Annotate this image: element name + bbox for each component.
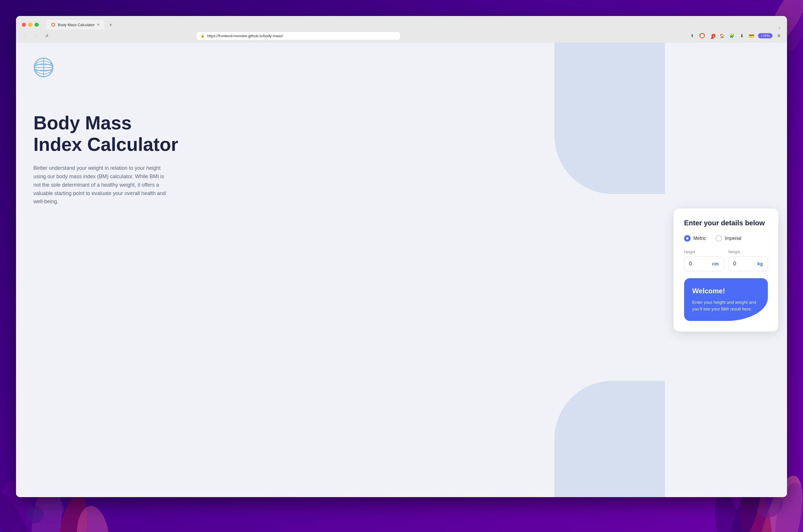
toolbar-actions: ⬆ ▲ 1 🏠 🧩 ⬇ 💳 • VPN ≡ [689,32,782,39]
vpn-button[interactable]: • VPN [758,33,772,38]
svg-point-6 [26,506,44,523]
extensions-button[interactable]: 🧩 [728,32,735,39]
blue-shape-top [554,43,665,194]
tab-close-button[interactable]: ✕ [97,23,100,27]
height-field[interactable]: 0 cm [684,256,724,271]
metric-radio[interactable] [684,235,690,242]
weight-value: 0 [733,261,736,267]
close-button[interactable] [22,23,26,27]
imperial-option[interactable]: Imperial [715,235,741,242]
forward-button[interactable]: → [32,32,40,40]
height-input-group: Height 0 cm [684,250,724,271]
browser-titlebar: Body Mass Calculator ✕ + ⌄ [16,16,787,30]
left-panel: Body Mass Index Calculator Better unders… [16,43,665,497]
address-bar[interactable]: 🔒 https://frontend-monster.github.io/bod… [196,32,400,40]
active-tab[interactable]: Body Mass Calculator ✕ [46,20,104,30]
new-tab-button[interactable]: + [107,21,115,30]
reload-button[interactable]: ↺ [43,32,51,40]
height-label: Height [684,250,724,254]
home-button[interactable]: 🏠 [719,32,725,39]
download-button[interactable]: ⬇ [738,32,745,39]
tab-title: Body Mass Calculator [58,23,95,27]
imperial-radio[interactable] [715,235,722,242]
minimize-button[interactable] [28,23,32,27]
tab-favicon [51,22,56,27]
metric-option[interactable]: Metric [684,235,706,242]
weight-field[interactable]: 0 kg [728,256,768,271]
result-description: Enter your height and weight and you'll … [692,299,760,312]
lock-icon: 🔒 [200,34,205,38]
blue-shape-bottom [554,381,665,497]
menu-button[interactable]: ≡ [776,32,782,39]
tab-expand-button[interactable]: ⌄ [778,25,781,30]
maximize-button[interactable] [35,23,39,27]
browser-toolbar: ← → ↺ 🔒 https://frontend-monster.github.… [16,30,787,43]
imperial-label: Imperial [725,236,741,241]
input-row: Height 0 cm Weight 0 kg [684,250,768,271]
hero-title: Body Mass Index Calculator [34,113,179,155]
url-text: https://frontend-monster.github.io/body-… [207,34,283,38]
metric-label: Metric [693,236,706,241]
weight-unit: kg [757,261,763,267]
share-button[interactable]: ⬆ [689,32,696,39]
hero-description: Better understand your weight in relatio… [34,164,167,206]
weight-input-group: Weight 0 kg [728,250,768,271]
back-button[interactable]: ← [21,32,29,40]
page-content: Body Mass Index Calculator Better unders… [16,43,787,497]
result-title: Welcome! [692,287,760,295]
svg-point-5 [41,497,64,520]
unit-toggle: Metric Imperial [684,235,768,242]
calculator-card: Enter your details below Metric Imperial [674,208,778,331]
calculator-panel: Enter your details below Metric Imperial [665,43,787,497]
browser-chrome: Body Mass Calculator ✕ + ⌄ ← → ↺ 🔒 [16,16,787,43]
calculator-title: Enter your details below [684,219,768,227]
browser-tabs: Body Mass Calculator ✕ + ⌄ [46,20,781,30]
height-unit: cm [712,261,719,267]
height-value: 0 [689,261,692,267]
brave-shields-button[interactable] [699,32,706,39]
browser-window: Body Mass Calculator ✕ + ⌄ ← → ↺ 🔒 [16,16,787,497]
traffic-lights [22,23,39,27]
weight-label: Weight [728,250,768,254]
wallet-button[interactable]: 💳 [748,32,755,39]
result-card: Welcome! Enter your height and weight an… [684,278,768,321]
site-logo [34,57,54,78]
